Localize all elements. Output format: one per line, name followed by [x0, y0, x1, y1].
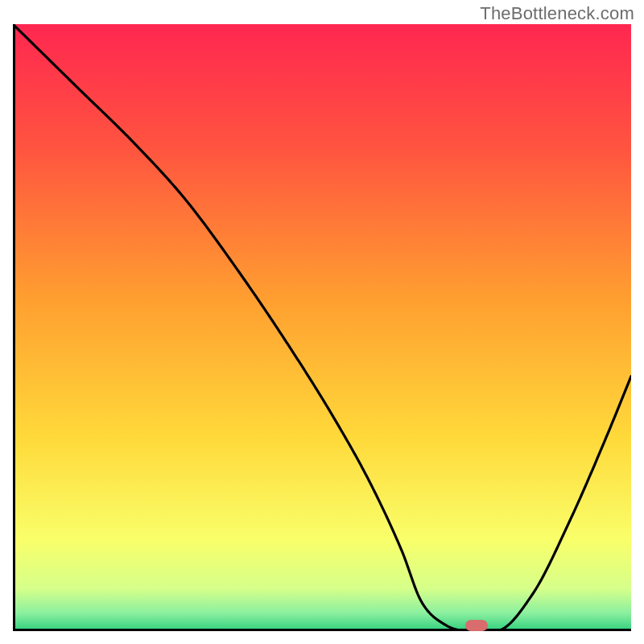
- chart-container: TheBottleneck.com: [0, 0, 644, 644]
- watermark-text: TheBottleneck.com: [480, 3, 634, 24]
- chart-frame: [13, 24, 631, 631]
- optimal-marker: [465, 620, 488, 631]
- axes: [13, 24, 631, 631]
